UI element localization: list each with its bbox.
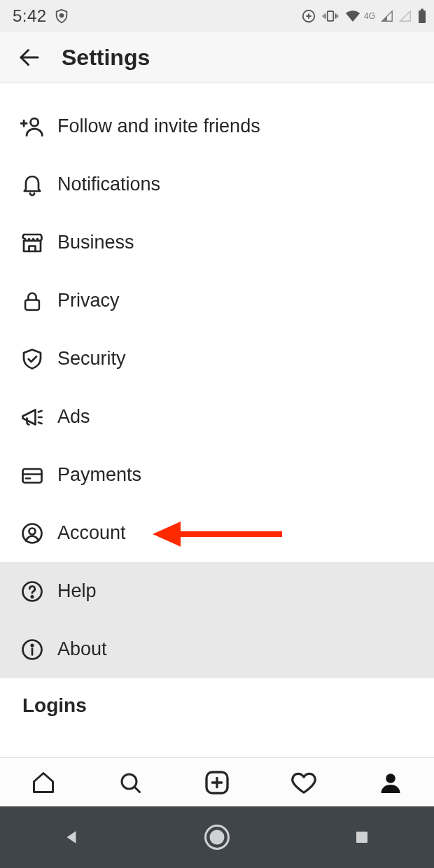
search-icon [118,770,143,795]
bottom-tabs [0,757,434,806]
nav-back[interactable] [57,822,88,853]
profile-icon [378,770,403,795]
shop-icon [17,227,48,258]
svg-point-0 [59,14,63,18]
svg-point-9 [29,528,36,534]
help-icon [17,576,48,607]
item-label: Business [57,232,134,253]
lock-icon [17,286,48,316]
android-nav-bar [0,806,434,868]
item-label: Privacy [57,290,120,312]
settings-header: Settings [0,32,434,83]
shield-icon [54,8,69,24]
back-button[interactable] [14,42,45,73]
nav-home-icon [204,825,230,850]
item-privacy[interactable]: Privacy [0,272,434,330]
signal-empty-icon [399,10,412,22]
account-icon [17,518,48,549]
item-help[interactable]: Help [0,562,434,620]
item-payments[interactable]: Payments [0,446,434,504]
status-bar: 5:42 4G [0,0,434,32]
shield-check-icon [17,344,48,374]
item-label: Follow and invite friends [57,115,260,137]
vibrate-icon [322,8,339,24]
wifi-icon [344,9,361,23]
nav-recent[interactable] [346,822,377,853]
svg-point-20 [209,830,224,845]
heart-icon [290,769,317,796]
item-label: Ads [57,406,90,428]
card-icon [17,460,48,491]
nav-home[interactable] [202,822,232,853]
item-notifications[interactable]: Notifications [0,155,434,214]
tab-activity[interactable] [260,758,347,806]
svg-rect-3 [419,10,426,23]
settings-list: Follow and invite friends Notifications … [0,83,434,757]
add-person-icon [17,111,48,142]
tab-home[interactable] [0,758,87,806]
svg-point-5 [31,118,38,126]
home-icon [31,770,56,795]
bell-icon [17,169,48,200]
nav-back-icon [63,828,81,846]
battery-icon [417,8,427,24]
svg-rect-4 [421,9,424,11]
fourg-label: 4G [364,11,375,21]
item-follow-invite[interactable]: Follow and invite friends [0,97,434,155]
item-about[interactable]: About [0,620,434,678]
signal-icon [381,10,393,22]
item-label: About [57,638,107,660]
data-saver-icon [301,8,316,24]
info-icon [17,634,48,665]
section-logins: Logins [0,678,434,733]
svg-point-13 [31,644,33,645]
status-time: 5:42 [13,6,47,26]
item-label: Account [57,522,126,544]
svg-rect-21 [356,832,368,843]
tab-create[interactable] [174,758,260,806]
plus-box-icon [203,769,231,797]
svg-rect-7 [23,469,42,483]
megaphone-icon [17,402,48,433]
item-label: Payments [57,464,141,486]
svg-point-18 [386,774,396,783]
item-business[interactable]: Business [0,214,434,272]
svg-rect-6 [25,300,39,309]
item-label: Security [57,348,126,370]
item-label: Help [57,580,97,602]
tab-profile[interactable] [347,758,434,806]
item-security[interactable]: Security [0,330,434,388]
svg-rect-2 [328,11,334,21]
tab-search[interactable] [87,758,174,806]
svg-point-11 [31,596,33,597]
page-title: Settings [62,45,150,71]
item-account[interactable]: Account [0,504,434,562]
item-ads[interactable]: Ads [0,388,434,446]
item-label: Notifications [57,174,160,195]
nav-recent-icon [354,829,370,846]
